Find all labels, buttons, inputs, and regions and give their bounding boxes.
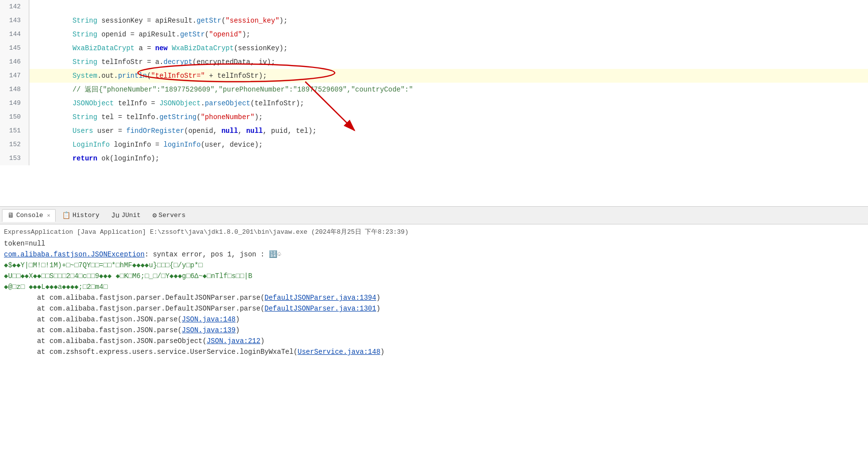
tab-label-history: History [72,212,99,219]
line-content: LoginInfo loginInfo = loginInfo(user, de… [30,138,868,152]
code-line-151: 151 Users user = findOrRegister(openid, … [0,124,868,138]
line-number: 142 [0,0,30,14]
line-number: 143 [0,14,30,28]
console-tab-bar: 🖥Console✕📋HistoryJuJUnit⚙Servers [0,207,868,224]
code-line-152: 152 LoginInfo loginInfo = loginInfo(user… [0,138,868,152]
console-line: at com.alibaba.fastjson.JSON.parse(JSON.… [4,325,864,336]
code-editor: 142143 String sessionKey = apiResult.get… [0,0,868,207]
code-line-143: 143 String sessionKey = apiResult.getStr… [0,14,868,28]
line-content: // 返回{"phoneNumber":"18977529609","pureP… [30,83,868,96]
code-line-153: 153 return ok(loginInfo); [0,152,868,165]
console-panel: 🖥Console✕📋HistoryJuJUnit⚙Servers Express… [0,207,868,470]
console-line: at com.zshsoft.express.users.service.Use… [4,346,864,357]
console-line: at com.alibaba.fastjson.JSON.parse(JSON.… [4,314,864,325]
line-number: 152 [0,138,30,152]
code-line-146: 146 String telInfoStr = a.decrypt(encryp… [0,55,868,69]
stack-link[interactable]: UserService.java:148 [298,348,381,356]
history-icon: 📋 [62,211,70,219]
console-line: token=null [4,238,864,249]
code-lines: 142143 String sessionKey = apiResult.get… [0,0,868,165]
console-output: ExpressApplication [Java Application] E:… [0,224,868,470]
stack-link[interactable]: JSON.java:148 [182,315,235,323]
code-line-147: 147 System.out.println("telInfoStr=" + t… [0,69,868,83]
line-content: String openid = apiResult.getStr("openid… [30,28,868,41]
line-content: Users user = findOrRegister(openid, null… [30,124,868,138]
console-line: ◆U□□◆◆X◆◆□□S□□□2□4□c□□9◆◆◆ ◆□K□M6;□_□/□Y… [4,271,864,282]
line-content: return ok(loginInfo); [30,152,868,165]
line-content: JSONObject telInfo = JSONObject.parseObj… [30,96,868,110]
console-line: ◆$◆◆Y|□M!□!1M)+□~□7QY□□=□□*□hMF◆◆◆◆u}□□□… [4,260,864,271]
tab-console[interactable]: 🖥Console✕ [2,209,56,222]
tab-servers[interactable]: ⚙Servers [147,209,191,222]
line-number: 153 [0,152,30,165]
console-line: at com.alibaba.fastjson.parser.DefaultJS… [4,303,864,314]
servers-icon: ⚙ [153,211,157,219]
exception-link[interactable]: com.alibaba.fastjson.JSONException [4,251,145,258]
console-line: at com.alibaba.fastjson.parser.DefaultJS… [4,292,864,303]
line-content: System.out.println("telInfoStr=" + telIn… [30,69,868,83]
run-info: ExpressApplication [Java Application] E:… [4,226,864,238]
line-number: 145 [0,41,30,55]
ide-window: 142143 String sessionKey = apiResult.get… [0,0,868,470]
code-line-144: 144 String openid = apiResult.getStr("op… [0,28,868,41]
console-line: com.alibaba.fastjson.JSONException: synt… [4,249,864,260]
console-line: ◆@□z□ ◆◆◆L◆◆◆a◆◆◆◆;□2□m4□ [4,282,864,292]
tab-label-junit: JUnit [122,212,141,219]
code-line-145: 145 WxaBizDataCrypt a = new WxaBizDataCr… [0,41,868,55]
line-number: 147 [0,69,30,83]
console-icon: 🖥 [7,212,14,219]
console-line: at com.alibaba.fastjson.JSON.parseObject… [4,336,864,346]
line-content: String tel = telInfo.getString("phoneNum… [30,110,868,124]
line-content: WxaBizDataCrypt a = new WxaBizDataCrypt(… [30,41,868,55]
tab-history[interactable]: 📋History [57,209,105,222]
tab-label-servers: Servers [159,212,186,219]
stack-link[interactable]: DefaultJSONParser.java:1394 [264,294,376,302]
line-number: 149 [0,96,30,110]
tab-close-console[interactable]: ✕ [47,212,51,219]
code-line-149: 149 JSONObject telInfo = JSONObject.pars… [0,96,868,110]
code-line-142: 142 [0,0,868,14]
stack-link[interactable]: DefaultJSONParser.java:1301 [264,305,376,313]
junit-icon: Ju [111,212,120,219]
line-content: String telInfoStr = a.decrypt(encryptedD… [30,55,868,69]
line-number: 146 [0,55,30,69]
line-number: 148 [0,83,30,96]
line-number: 150 [0,110,30,124]
tab-junit[interactable]: JuJUnit [106,209,146,222]
code-line-148: 148 // 返回{"phoneNumber":"18977529609","p… [0,83,868,96]
code-line-150: 150 String tel = telInfo.getString("phon… [0,110,868,124]
line-number: 151 [0,124,30,138]
line-content: String sessionKey = apiResult.getStr("se… [30,14,868,28]
line-number: 144 [0,28,30,41]
stack-link[interactable]: JSON.java:139 [182,326,235,334]
stack-link[interactable]: JSON.java:212 [207,337,260,345]
tab-label-console: Console [16,212,43,219]
